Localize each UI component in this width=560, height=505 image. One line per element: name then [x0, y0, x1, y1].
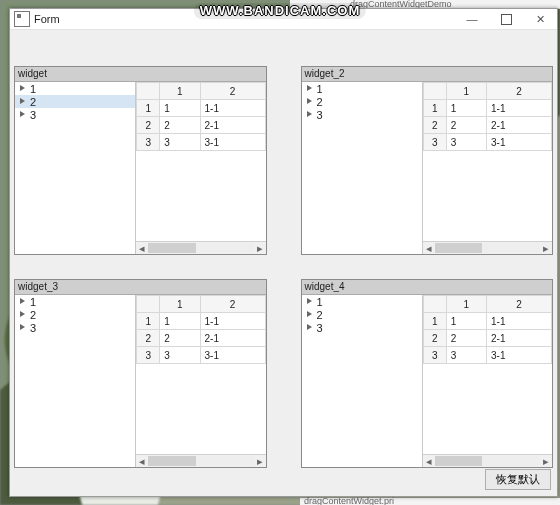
cell[interactable]: 3-1 [200, 134, 265, 151]
table-row[interactable]: 111-1 [137, 100, 265, 117]
table-row[interactable]: 222-1 [423, 330, 551, 347]
column-header[interactable]: 1 [160, 296, 200, 313]
tree-item[interactable]: 3 [302, 108, 422, 121]
tree-item[interactable]: 2 [15, 308, 135, 321]
reset-default-button[interactable]: 恢复默认 [485, 469, 551, 490]
tree-view[interactable]: 123 [302, 295, 423, 467]
cell[interactable]: 2 [160, 117, 200, 134]
scroll-track[interactable] [148, 243, 253, 253]
cell[interactable]: 1 [446, 313, 486, 330]
cell[interactable]: 1-1 [200, 313, 265, 330]
scroll-left-icon[interactable]: ◂ [136, 455, 148, 467]
cell[interactable]: 3 [160, 347, 200, 364]
cell[interactable]: 3 [446, 134, 486, 151]
minimize-button[interactable]: — [455, 9, 489, 29]
horizontal-scrollbar[interactable]: ◂▸ [423, 454, 552, 467]
cell[interactable]: 2 [160, 330, 200, 347]
title-bar[interactable]: Form — ✕ [10, 9, 557, 30]
column-header[interactable]: 1 [160, 83, 200, 100]
cell[interactable]: 2-1 [200, 330, 265, 347]
row-header[interactable]: 2 [423, 117, 446, 134]
table-row[interactable]: 222-1 [137, 117, 265, 134]
cell[interactable]: 2-1 [487, 117, 552, 134]
scroll-left-icon[interactable]: ◂ [136, 242, 148, 254]
column-header[interactable]: 2 [200, 296, 265, 313]
row-header[interactable]: 1 [137, 100, 160, 117]
horizontal-scrollbar[interactable]: ◂▸ [423, 241, 552, 254]
scroll-right-icon[interactable]: ▸ [254, 242, 266, 254]
row-header[interactable]: 2 [423, 330, 446, 347]
cell[interactable]: 3-1 [487, 347, 552, 364]
table-view[interactable]: 12111-1222-1333-1 [423, 295, 552, 454]
column-header[interactable]: 2 [200, 83, 265, 100]
close-button[interactable]: ✕ [523, 9, 557, 29]
cell[interactable]: 3 [160, 134, 200, 151]
tree-item[interactable]: 2 [302, 95, 422, 108]
panel-header[interactable]: widget_4 [302, 280, 553, 295]
scroll-right-icon[interactable]: ▸ [540, 242, 552, 254]
scroll-right-icon[interactable]: ▸ [254, 455, 266, 467]
table-row[interactable]: 333-1 [423, 134, 551, 151]
row-header[interactable]: 3 [137, 134, 160, 151]
tree-item[interactable]: 1 [302, 82, 422, 95]
cell[interactable]: 1 [160, 313, 200, 330]
cell[interactable]: 3-1 [200, 347, 265, 364]
tree-item[interactable]: 2 [15, 95, 135, 108]
scroll-left-icon[interactable]: ◂ [423, 242, 435, 254]
cell[interactable]: 1-1 [487, 313, 552, 330]
panel-header[interactable]: widget_3 [15, 280, 266, 295]
table-row[interactable]: 333-1 [137, 134, 265, 151]
horizontal-scrollbar[interactable]: ◂▸ [136, 241, 265, 254]
cell[interactable]: 1 [446, 100, 486, 117]
table-row[interactable]: 111-1 [423, 100, 551, 117]
row-header[interactable]: 3 [137, 347, 160, 364]
table-row[interactable]: 222-1 [137, 330, 265, 347]
maximize-button[interactable] [489, 9, 523, 29]
table-view[interactable]: 12111-1222-1333-1 [136, 295, 265, 454]
scroll-left-icon[interactable]: ◂ [423, 455, 435, 467]
cell[interactable]: 1-1 [200, 100, 265, 117]
row-header[interactable]: 1 [423, 100, 446, 117]
column-header[interactable]: 2 [487, 83, 552, 100]
row-header[interactable]: 3 [423, 347, 446, 364]
scroll-track[interactable] [435, 243, 540, 253]
tree-item[interactable]: 1 [302, 295, 422, 308]
scroll-track[interactable] [435, 456, 540, 466]
table-row[interactable]: 111-1 [137, 313, 265, 330]
panel-header[interactable]: widget_2 [302, 67, 553, 82]
column-header[interactable]: 1 [446, 296, 486, 313]
cell[interactable]: 3 [446, 347, 486, 364]
table-row[interactable]: 333-1 [423, 347, 551, 364]
cell[interactable]: 2-1 [200, 117, 265, 134]
scroll-track[interactable] [148, 456, 253, 466]
tree-item[interactable]: 3 [302, 321, 422, 334]
tree-view[interactable]: 123 [15, 82, 136, 254]
scroll-right-icon[interactable]: ▸ [540, 455, 552, 467]
tree-view[interactable]: 123 [302, 82, 423, 254]
row-header[interactable]: 2 [137, 330, 160, 347]
column-header[interactable]: 2 [487, 296, 552, 313]
cell[interactable]: 2 [446, 330, 486, 347]
tree-view[interactable]: 123 [15, 295, 136, 467]
tree-item[interactable]: 1 [15, 82, 135, 95]
cell[interactable]: 3-1 [487, 134, 552, 151]
cell[interactable]: 1 [160, 100, 200, 117]
tree-item[interactable]: 2 [302, 308, 422, 321]
table-row[interactable]: 333-1 [137, 347, 265, 364]
table-view[interactable]: 12111-1222-1333-1 [423, 82, 552, 241]
scroll-thumb[interactable] [148, 243, 195, 253]
column-header[interactable]: 1 [446, 83, 486, 100]
tree-item[interactable]: 1 [15, 295, 135, 308]
panel-header[interactable]: widget [15, 67, 266, 82]
scroll-thumb[interactable] [435, 243, 482, 253]
tree-item[interactable]: 3 [15, 108, 135, 121]
row-header[interactable]: 1 [137, 313, 160, 330]
cell[interactable]: 2 [446, 117, 486, 134]
tree-item[interactable]: 3 [15, 321, 135, 334]
table-row[interactable]: 222-1 [423, 117, 551, 134]
cell[interactable]: 2-1 [487, 330, 552, 347]
cell[interactable]: 1-1 [487, 100, 552, 117]
scroll-thumb[interactable] [148, 456, 195, 466]
row-header[interactable]: 3 [423, 134, 446, 151]
table-view[interactable]: 12111-1222-1333-1 [136, 82, 265, 241]
